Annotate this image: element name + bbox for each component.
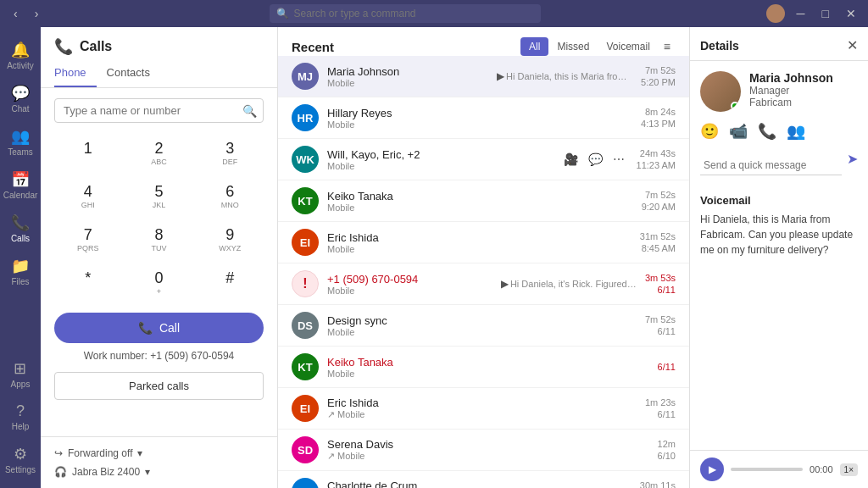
dialpad-key-9[interactable]: 9WXYZ [196,219,264,259]
sidebar-item-teams[interactable]: 👥 Teams [0,120,41,164]
call-item[interactable]: DS Design sync Mobile 7m 52s 6/11 [278,305,689,347]
device-chevron-icon: ▾ [145,466,150,478]
send-message-button[interactable]: ➤ [847,151,858,167]
caller-name: Hillary Reyes [327,107,632,119]
caller-name: Keiko Tanaka [327,356,649,369]
call-item[interactable]: MJ Maria Johnson Mobile ▶Hi Daniela, thi… [278,56,689,97]
call-duration: 24m 43s [640,148,676,158]
more-options-button[interactable]: 👥 [787,122,805,141]
filter-all-button[interactable]: All [520,37,548,56]
sidebar-item-help[interactable]: ? Help [5,396,36,438]
forwarding-setting[interactable]: ↪ Forwarding off ▾ [54,444,264,463]
dialpad-key-4[interactable]: 4GHI [54,176,122,216]
tab-contacts[interactable]: Contacts [97,59,160,87]
dialpad-key-8[interactable]: 8TUV [125,219,193,259]
command-search-input[interactable] [270,4,541,23]
call-info: Keiko Tanaka Mobile [327,190,633,213]
audio-player: ▶ 00:00 1× [690,450,868,488]
call-meta: 7m 52s 6/11 [645,314,676,336]
caller-name: +1 (509) 670-0594 [327,273,492,286]
audio-speed-button[interactable]: 1× [840,463,858,476]
avatar: HR [292,104,319,131]
filter-missed-button[interactable]: Missed [548,37,598,56]
call-button[interactable]: 📞 Call [54,313,264,343]
caller-name: Maria Johnson [327,65,488,78]
avatar: SD [292,436,319,463]
sidebar-bottom: ⊞ Apps ? Help ⚙ Settings [5,352,36,481]
dialpad-key-7[interactable]: 7PQRS [54,219,122,259]
play-icon: ▶ [497,70,504,82]
video-action-button[interactable]: 🎥 [560,151,581,168]
device-label: Jabra Biz 2400 [72,466,140,478]
maximize-button[interactable]: □ [817,5,834,22]
sidebar-item-files[interactable]: 📁 Files [0,250,41,293]
avatar: EI [292,395,319,422]
voicemail-label: Voicemail [700,194,858,207]
quick-message-input[interactable] [700,156,842,175]
details-body: Maria Johnson Manager Fabricam 🙂 📹 📞 👥 ➤… [690,61,868,450]
emoji-reaction-button[interactable]: 🙂 [700,122,719,141]
user-avatar[interactable] [766,4,785,23]
dialpad-key-2[interactable]: 2ABC [125,133,193,173]
call-item[interactable]: HR Hillary Reyes Mobile 8m 24s 4:13 PM [278,97,689,139]
phone-call-button[interactable]: 📞 [758,122,776,141]
avatar: DS [292,312,319,339]
call-time: 6/11 [658,326,676,336]
audio-play-button[interactable]: ▶ [700,458,724,481]
call-time: 11:23 AM [637,160,676,170]
caller-sub: ↗ Mobile [327,409,637,420]
chat-action-button[interactable]: 💬 [585,151,606,168]
call-meta: 12m 6/10 [658,439,676,461]
sidebar-item-chat[interactable]: 💬 Chat [0,77,41,120]
nav-forward-button[interactable]: › [28,5,46,22]
sidebar-item-calendar[interactable]: 📅 Calendar [0,164,41,207]
main-layout: 🔔 Activity 💬 Chat 👥 Teams 📅 Calendar 📞 C… [0,27,868,488]
call-item[interactable]: WK Will, Kayo, Eric, +2 Mobile 🎥 💬 ⋯ 24m… [278,139,689,180]
audio-progress-bar[interactable] [731,468,803,471]
chat-icon: 💬 [11,84,30,103]
filter-more-button[interactable]: ≡ [659,38,676,55]
call-meta: 31m 52s 8:45 AM [640,231,676,253]
dialpad-key-5[interactable]: 5JKL [125,176,193,216]
dialpad-key-hash[interactable]: # [196,263,264,302]
call-info: Keiko Tanaka Mobile [327,356,649,379]
call-item[interactable]: ! +1 (509) 670-0594 Mobile ▶Hi Daniela, … [278,263,689,305]
name-number-input[interactable] [54,98,264,123]
sidebar-item-settings[interactable]: ⚙ Settings [5,438,36,481]
more-action-button[interactable]: ⋯ [609,151,628,168]
nav-back-button[interactable]: ‹ [7,5,25,22]
video-call-button[interactable]: 📹 [729,122,748,141]
call-preview: ▶Hi Daniela, this is Maria from Fabri... [497,70,632,82]
call-time: 6/10 [658,451,676,461]
details-close-button[interactable]: ✕ [847,37,858,53]
forwarding-chevron-icon: ▾ [137,447,142,459]
call-item[interactable]: CC Charlotte de Crum ↗ Mobile 30m 11s 6/… [278,471,689,488]
phone-tabs: Phone Contacts [41,59,277,88]
tab-phone[interactable]: Phone [54,59,97,87]
dialpad-key-6[interactable]: 6MNO [196,176,264,216]
call-meta: 7m 52s 9:20 AM [642,190,676,212]
close-button[interactable]: ✕ [841,5,861,22]
call-item[interactable]: SD Serena Davis ↗ Mobile 12m 6/10 [278,430,689,471]
minimize-button[interactable]: ─ [792,5,810,22]
caller-name: Serena Davis [327,438,649,451]
avatar: KT [292,353,319,380]
call-item[interactable]: KT Keiko Tanaka Mobile 6/11 [278,347,689,388]
call-item[interactable]: KT Keiko Tanaka Mobile 7m 52s 9:20 AM [278,180,689,222]
dialpad-key-star[interactable]: * [54,263,122,302]
device-setting[interactable]: 🎧 Jabra Biz 2400 ▾ [54,463,264,481]
dialpad-key-1[interactable]: 1 [54,133,122,173]
dialpad-key-0[interactable]: 0+ [125,263,193,302]
call-item[interactable]: EI Eric Ishida ↗ Mobile 1m 23s 6/11 [278,388,689,430]
sidebar-item-label: Calendar [3,191,38,200]
caller-sub: Mobile [327,161,552,171]
dialpad-key-3[interactable]: 3DEF [196,133,264,173]
sidebar-item-activity[interactable]: 🔔 Activity [0,34,41,77]
name-number-search-icon[interactable]: 🔍 [242,104,257,118]
parked-calls-button[interactable]: Parked calls [54,372,264,400]
call-item[interactable]: EI Eric Ishida Mobile 31m 52s 8:45 AM [278,222,689,263]
filter-voicemail-button[interactable]: Voicemail [598,37,658,56]
sidebar-item-apps[interactable]: ⊞ Apps [5,352,36,396]
details-actions: 🙂 📹 📞 👥 [700,122,858,141]
sidebar-item-calls[interactable]: 📞 Calls [0,207,41,250]
